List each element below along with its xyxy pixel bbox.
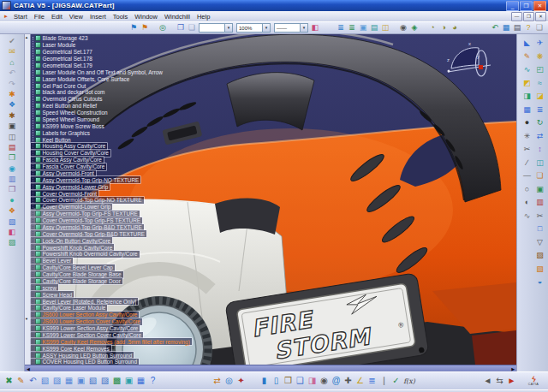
select-icon[interactable]: ◈: [409, 23, 420, 33]
linetype-combo[interactable]: —— ▾: [274, 23, 308, 33]
tree-item[interactable]: Lock-On Button Cavity/Core: [31, 237, 112, 244]
tree-item[interactable]: Housing Assy Cavity/Core: [31, 143, 107, 150]
tree-item[interactable]: Fascia Assy Cavity/Core: [31, 157, 104, 163]
home-icon[interactable]: ⌂: [7, 58, 17, 67]
red-panel-icon[interactable]: ▤: [7, 143, 17, 151]
tree-item[interactable]: Assy Overmold-Top Grip-FS TEXTURE: [31, 211, 140, 217]
scroll-right-icon[interactable]: ▶: [511, 366, 515, 371]
binoculars-icon[interactable]: ◉: [319, 374, 330, 388]
chamfer-cube-icon[interactable]: ▣: [123, 374, 134, 388]
axis-line-icon[interactable]: —: [522, 171, 533, 180]
workbench-flag-blue-icon[interactable]: ⚑: [128, 23, 139, 33]
measure-angle-icon[interactable]: ∠: [354, 374, 366, 388]
horizontal-scrollbar[interactable]: ◀ ▶: [25, 365, 516, 371]
fly-mode-icon[interactable]: ✈: [535, 39, 545, 47]
menu-item[interactable]: Window: [131, 13, 161, 21]
knowledge-check-icon[interactable]: ✓: [390, 374, 402, 388]
menu-item[interactable]: View: [66, 13, 86, 21]
revolve-icon[interactable]: ◒: [535, 277, 545, 286]
pointer-hand-icon[interactable]: ►: [506, 374, 517, 388]
tree-item[interactable]: JS600 Lower Section Cover Cavity/Core: [31, 318, 142, 325]
menu-item[interactable]: Start: [10, 13, 31, 21]
scroll-down-icon[interactable]: ▼: [25, 317, 28, 321]
cube-icon[interactable]: ▧: [7, 217, 17, 226]
arc-icon[interactable]: ◐: [522, 198, 533, 206]
offset-icon[interactable]: ≈: [535, 79, 545, 87]
help-doc-icon[interactable]: ?: [147, 374, 158, 388]
cyan-drop-icon[interactable]: ◉: [7, 164, 17, 173]
graph-tree-green-icon[interactable]: ≣: [347, 23, 357, 33]
stiffener-icon[interactable]: ▨: [99, 374, 110, 388]
open-icon[interactable]: ↶: [490, 23, 500, 33]
workbench-flag-orange-icon[interactable]: ⚑: [140, 23, 150, 33]
tree-item[interactable]: Blade Storage 423: [31, 35, 89, 42]
curve-icon[interactable]: ∿: [522, 211, 533, 220]
tile-window-icon[interactable]: ❏: [187, 23, 197, 33]
tree-item[interactable]: KS999 Lower Section Assy Cavity/Core: [31, 325, 140, 332]
pocket-icon[interactable]: ▨: [51, 374, 63, 388]
normal-view-icon[interactable]: ▮: [259, 374, 270, 388]
polyline-icon[interactable]: ✳: [522, 132, 533, 140]
green-book-icon[interactable]: ❐: [7, 153, 17, 162]
help-icon[interactable]: ?: [523, 23, 533, 33]
gear-orange-icon[interactable]: ✱: [7, 90, 17, 98]
pad-icon[interactable]: ▧: [39, 374, 51, 388]
extrude-icon[interactable]: ▧: [535, 264, 545, 273]
tree-item[interactable]: Cover Overmold-Front: [31, 190, 98, 197]
menu-item[interactable]: Help: [194, 13, 213, 21]
swap-space-icon[interactable]: ⇄: [211, 374, 223, 388]
tree-item[interactable]: Speed Wheel Surround: [31, 116, 101, 123]
paint-icon[interactable]: ◧: [7, 228, 17, 236]
clipboard-icon[interactable]: ❐: [283, 374, 294, 388]
menu-item[interactable]: File: [31, 13, 48, 21]
color-combo[interactable]: ▾: [199, 23, 233, 33]
formula-fx-icon[interactable]: f(x): [402, 377, 417, 385]
zoom-combo[interactable]: 100% ▾: [236, 23, 271, 33]
menu-item[interactable]: Tools: [110, 13, 132, 21]
magnifier-icon[interactable]: ◎: [158, 23, 168, 33]
trim-scissors-icon[interactable]: ✂: [522, 145, 533, 153]
print-icon[interactable]: ▤: [512, 23, 522, 33]
tree-item[interactable]: screw: [31, 284, 58, 291]
tree-item[interactable]: Powershift Knob Cavity/Core: [31, 244, 114, 251]
search-binoculars-icon[interactable]: ◉: [398, 23, 408, 33]
tree-item[interactable]: KS999 Core Keel Removes: [31, 345, 111, 352]
undo-icon[interactable]: ↶: [27, 374, 39, 388]
gear-multi-icon[interactable]: ❖: [7, 100, 17, 109]
loft-icon[interactable]: ▩: [111, 374, 122, 388]
magnify-globe-icon[interactable]: ◎: [223, 374, 235, 388]
stack-icon[interactable]: ▥: [7, 175, 17, 183]
redo-gray-icon[interactable]: ↷: [7, 80, 17, 88]
capture-icon[interactable]: ▣: [358, 23, 368, 33]
tree-item[interactable]: Cover Overmold-Lower Grip: [31, 204, 112, 211]
fill-icon[interactable]: ◪: [535, 92, 545, 100]
exit-workbench-icon[interactable]: ✖: [3, 374, 15, 388]
tree-scroll-strip[interactable]: ▲ ▼: [25, 34, 31, 365]
spline-icon[interactable]: ∿: [522, 65, 533, 74]
graph-tree-blue-icon[interactable]: ≣: [336, 23, 346, 33]
tree-item[interactable]: Cover Overmold-Top Grip-B&D TEXTURE: [31, 230, 146, 237]
macro-play-icon[interactable]: ◕: [450, 23, 460, 33]
tree-item[interactable]: Laser Module: [31, 42, 77, 49]
scroll-up-icon[interactable]: ▲: [25, 35, 28, 39]
scroll-left-icon[interactable]: ◀: [27, 366, 30, 371]
tree-item[interactable]: KS999 Move Screw Boss: [31, 122, 106, 129]
translate-icon[interactable]: ⇄: [535, 132, 545, 140]
tree-item[interactable]: Housing Cover Cavity/Core: [31, 150, 110, 157]
tree-item[interactable]: Cover Overmold-Top Grip-FS TEXTURE: [31, 217, 142, 224]
split-icon[interactable]: ▥: [535, 198, 545, 206]
tree-item[interactable]: Geometrical Set.179: [31, 62, 94, 69]
trim-icon[interactable]: ✂: [535, 211, 545, 220]
sketch-pencil-icon[interactable]: ✎: [522, 52, 533, 61]
frame-view-icon[interactable]: ◫: [7, 133, 17, 141]
macro-record-icon[interactable]: ◔: [427, 23, 438, 33]
minimize-button[interactable]: _: [506, 1, 519, 11]
tree-item[interactable]: Speed Wheel Construction: [31, 110, 110, 116]
extract-icon[interactable]: ❏: [535, 171, 545, 180]
tree-item[interactable]: Laser Module On and Off Text and Symbol,…: [31, 68, 164, 75]
tree-item[interactable]: Cavity/Core Laser Module: [31, 305, 107, 312]
rib-icon[interactable]: ▧: [87, 374, 98, 388]
surface-green-icon[interactable]: ◨: [522, 92, 533, 100]
quilt-icon[interactable]: ▦: [522, 105, 533, 114]
tree-item[interactable]: Powershift Knob Overmold Cavity/Core: [31, 251, 140, 258]
